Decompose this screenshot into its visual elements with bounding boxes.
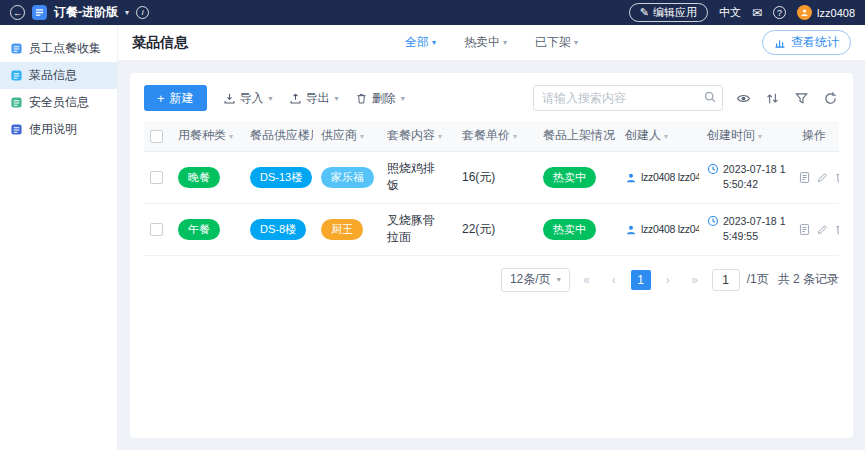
delete-icon[interactable] <box>834 171 839 184</box>
sort-caret-icon: ▾ <box>438 132 442 141</box>
sort-caret-icon: ▾ <box>664 132 668 141</box>
content-cell: 照烧鸡排饭 <box>379 151 454 203</box>
chevron-down-icon: ▾ <box>401 94 405 103</box>
tab-hot-selling[interactable]: 热卖中▾ <box>464 34 507 51</box>
form-icon <box>10 69 23 82</box>
sort-caret-icon: ▾ <box>360 132 364 141</box>
username[interactable]: lzz0408 <box>817 7 855 19</box>
sort-caret-icon: ▾ <box>758 132 762 141</box>
chevron-down-icon: ▾ <box>557 275 561 284</box>
floor-cell: DS-8楼 <box>242 203 313 255</box>
filter-icon[interactable] <box>792 89 810 107</box>
sidebar-item-dish-info[interactable]: 菜品信息 <box>0 62 117 89</box>
page-number-button[interactable]: 1 <box>631 270 651 290</box>
search-input[interactable] <box>533 85 723 111</box>
import-icon <box>223 92 236 105</box>
floor-badge: DS-13楼 <box>250 167 312 188</box>
view-statistics-button[interactable]: 查看统计 <box>762 30 851 55</box>
supplier-badge: 厨王 <box>321 219 363 240</box>
search-icon[interactable] <box>703 90 717 107</box>
created-time-cell: 2023-07-18 15:50:42 <box>699 151 794 203</box>
row-checkbox-cell <box>144 151 170 203</box>
table-row[interactable]: 晚餐 DS-13楼 家乐福 照烧鸡排饭 16(元) 热卖中 lzz0408 lz… <box>144 151 839 203</box>
tab-off-shelf[interactable]: 已下架▾ <box>535 34 578 51</box>
delete-button[interactable]: 删除 ▾ <box>355 90 405 107</box>
column-header-content[interactable]: 套餐内容▾ <box>379 121 454 151</box>
app-title[interactable]: 订餐-进阶版 <box>54 4 118 21</box>
content-cell: 叉烧豚骨拉面 <box>379 203 454 255</box>
back-button[interactable]: ← <box>10 5 25 20</box>
table-row[interactable]: 午餐 DS-8楼 厨王 叉烧豚骨拉面 22(元) 热卖中 lzz0408 lzz… <box>144 203 839 255</box>
chevron-down-icon: ▾ <box>335 94 339 103</box>
column-visibility-icon[interactable] <box>734 89 752 107</box>
next-page-button[interactable]: › <box>658 270 678 290</box>
topbar-right: ✎ 编辑应用 中文 ✉ ? lzz0408 <box>629 3 855 22</box>
supplier-cell: 厨王 <box>313 203 379 255</box>
view-detail-icon[interactable] <box>798 223 811 236</box>
form-icon <box>10 42 23 55</box>
language-selector[interactable]: 中文 <box>719 5 741 20</box>
chevron-down-icon[interactable]: ▾ <box>125 8 129 17</box>
import-button[interactable]: 导入 ▾ <box>223 90 273 107</box>
page-title: 菜品信息 <box>132 34 188 52</box>
export-icon <box>289 92 302 105</box>
app-logo-icon <box>32 5 47 20</box>
avatar[interactable] <box>797 5 812 20</box>
supplier-badge: 家乐福 <box>321 167 374 188</box>
select-all-checkbox[interactable] <box>150 130 163 143</box>
meal-type-badge: 午餐 <box>178 219 220 240</box>
price-cell: 22(元) <box>454 203 535 255</box>
column-header-meal-type[interactable]: 用餐种类▾ <box>170 121 242 151</box>
help-icon[interactable]: ? <box>773 6 786 19</box>
page-jump-input[interactable] <box>712 269 740 291</box>
column-header-created-time[interactable]: 创建时间▾ <box>699 121 794 151</box>
column-header-status[interactable]: 餐品上架情况▾ <box>535 121 617 151</box>
status-tabs: 全部▾ 热卖中▾ 已下架▾ <box>405 34 578 51</box>
sidebar-item-label: 员工点餐收集 <box>29 40 101 57</box>
chart-icon <box>774 37 786 49</box>
row-checkbox-cell <box>144 203 170 255</box>
operations-cell <box>794 151 839 203</box>
pagination: 12条/页 ▾ « ‹ 1 › » /1页 共 2 条记录 <box>144 268 839 292</box>
column-header-price[interactable]: 套餐单价▾ <box>454 121 535 151</box>
trash-icon <box>355 92 368 105</box>
edit-icon[interactable] <box>816 171 829 184</box>
page-size-select[interactable]: 12条/页 ▾ <box>501 268 570 292</box>
chevron-down-icon: ▾ <box>269 94 273 103</box>
mail-icon[interactable]: ✉ <box>752 6 762 20</box>
plus-icon: + <box>157 91 165 106</box>
row-checkbox[interactable] <box>150 171 163 184</box>
sidebar-item-instructions[interactable]: 使用说明 <box>0 116 117 143</box>
export-button[interactable]: 导出 ▾ <box>289 90 339 107</box>
sidebar-item-employee-orders[interactable]: 员工点餐收集 <box>0 35 117 62</box>
delete-icon[interactable] <box>834 223 839 236</box>
edit-app-button[interactable]: ✎ 编辑应用 <box>629 3 708 22</box>
edit-icon[interactable] <box>816 223 829 236</box>
meal-type-badge: 晚餐 <box>178 167 220 188</box>
topbar: ← 订餐-进阶版 ▾ i ✎ 编辑应用 中文 ✉ ? lzz0408 <box>0 0 865 25</box>
sort-icon[interactable] <box>763 89 781 107</box>
page-count-label: /1页 <box>747 271 769 288</box>
meal-type-cell: 午餐 <box>170 203 242 255</box>
refresh-icon[interactable] <box>821 89 839 107</box>
new-button[interactable]: + 新建 <box>144 85 207 111</box>
tab-all[interactable]: 全部▾ <box>405 34 436 51</box>
pencil-icon: ✎ <box>640 6 649 19</box>
status-badge: 热卖中 <box>543 219 596 240</box>
prev-page-button[interactable]: ‹ <box>604 270 624 290</box>
sidebar-item-safety-officer[interactable]: 安全员信息 <box>0 89 117 116</box>
info-icon[interactable]: i <box>136 6 149 19</box>
meal-type-cell: 晚餐 <box>170 151 242 203</box>
column-header-creator[interactable]: 创建人▾ <box>617 121 699 151</box>
document-icon <box>10 123 23 136</box>
chevron-down-icon: ▾ <box>503 38 507 47</box>
last-page-button[interactable]: » <box>685 270 705 290</box>
view-detail-icon[interactable] <box>798 171 811 184</box>
row-checkbox[interactable] <box>150 223 163 236</box>
select-all-cell <box>144 121 170 151</box>
first-page-button[interactable]: « <box>577 270 597 290</box>
total-records-label: 共 2 条记录 <box>778 271 839 288</box>
topbar-left: ← 订餐-进阶版 ▾ i <box>10 4 149 21</box>
column-header-supplier[interactable]: 供应商▾ <box>313 121 379 151</box>
column-header-floor[interactable]: 餐品供应楼层▾ <box>242 121 313 151</box>
